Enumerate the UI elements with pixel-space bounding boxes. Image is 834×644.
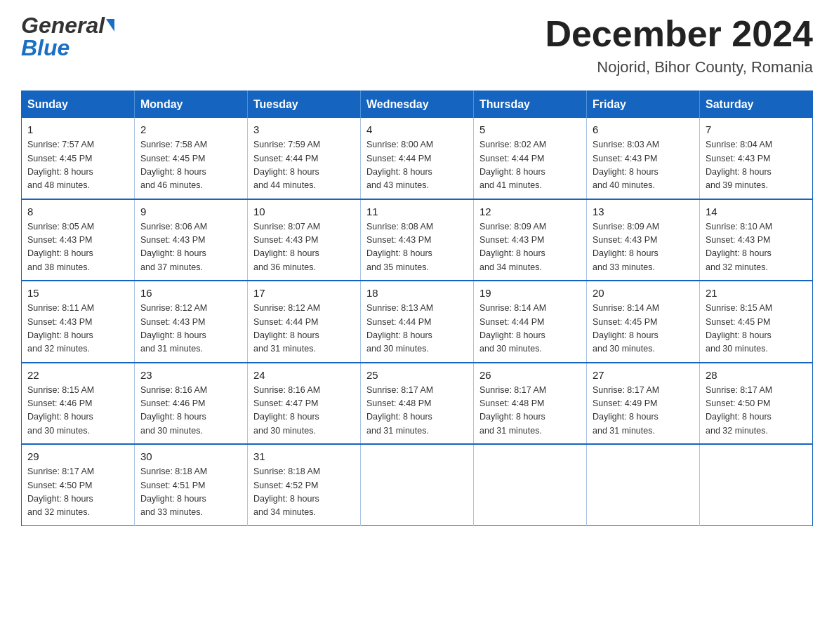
day-info-27: Sunrise: 8:17 AMSunset: 4:49 PMDaylight:… bbox=[593, 384, 694, 438]
day-number-4: 4 bbox=[366, 123, 468, 135]
empty-cell-w5-d5 bbox=[474, 444, 587, 525]
page-header: General Blue December 2024 Nojorid, Biho… bbox=[21, 14, 813, 76]
day-number-28: 28 bbox=[706, 369, 807, 381]
day-info-11: Sunrise: 8:08 AMSunset: 4:43 PMDaylight:… bbox=[366, 220, 468, 275]
calendar-cell-26: 26Sunrise: 8:17 AMSunset: 4:48 PMDayligh… bbox=[474, 363, 587, 445]
day-number-3: 3 bbox=[253, 123, 355, 135]
day-number-7: 7 bbox=[706, 123, 807, 135]
title-section: December 2024 Nojorid, Bihor County, Rom… bbox=[545, 14, 813, 76]
calendar-cell-15: 15Sunrise: 8:11 AMSunset: 4:43 PMDayligh… bbox=[22, 281, 135, 363]
calendar-week-1: 1Sunrise: 7:57 AMSunset: 4:45 PMDaylight… bbox=[22, 118, 813, 199]
day-number-6: 6 bbox=[593, 123, 694, 135]
calendar-cell-16: 16Sunrise: 8:12 AMSunset: 4:43 PMDayligh… bbox=[135, 281, 248, 363]
calendar-cell-2: 2Sunrise: 7:58 AMSunset: 4:45 PMDaylight… bbox=[135, 118, 248, 199]
empty-cell-w5-d4 bbox=[361, 444, 474, 525]
day-info-19: Sunrise: 8:14 AMSunset: 4:44 PMDaylight:… bbox=[479, 302, 581, 356]
day-number-21: 21 bbox=[706, 287, 807, 299]
calendar-cell-10: 10Sunrise: 8:07 AMSunset: 4:43 PMDayligh… bbox=[248, 199, 361, 281]
calendar-table: Sunday Monday Tuesday Wednesday Thursday… bbox=[21, 90, 813, 526]
day-number-18: 18 bbox=[366, 287, 468, 299]
day-number-1: 1 bbox=[27, 123, 128, 135]
calendar-cell-4: 4Sunrise: 8:00 AMSunset: 4:44 PMDaylight… bbox=[361, 118, 474, 199]
day-number-26: 26 bbox=[479, 369, 581, 381]
day-info-17: Sunrise: 8:12 AMSunset: 4:44 PMDaylight:… bbox=[253, 302, 355, 356]
col-thursday: Thursday bbox=[474, 91, 587, 119]
calendar-cell-12: 12Sunrise: 8:09 AMSunset: 4:43 PMDayligh… bbox=[474, 199, 587, 281]
calendar-cell-9: 9Sunrise: 8:06 AMSunset: 4:43 PMDaylight… bbox=[135, 199, 248, 281]
day-info-15: Sunrise: 8:11 AMSunset: 4:43 PMDaylight:… bbox=[27, 302, 128, 356]
empty-cell-w5-d6 bbox=[587, 444, 700, 525]
calendar-header-row: Sunday Monday Tuesday Wednesday Thursday… bbox=[22, 91, 813, 119]
calendar-cell-17: 17Sunrise: 8:12 AMSunset: 4:44 PMDayligh… bbox=[248, 281, 361, 363]
day-info-22: Sunrise: 8:15 AMSunset: 4:46 PMDaylight:… bbox=[27, 384, 128, 438]
day-number-5: 5 bbox=[479, 123, 581, 135]
calendar-week-4: 22Sunrise: 8:15 AMSunset: 4:46 PMDayligh… bbox=[22, 363, 813, 445]
calendar-cell-18: 18Sunrise: 8:13 AMSunset: 4:44 PMDayligh… bbox=[361, 281, 474, 363]
day-info-18: Sunrise: 8:13 AMSunset: 4:44 PMDaylight:… bbox=[366, 302, 468, 356]
calendar-cell-27: 27Sunrise: 8:17 AMSunset: 4:49 PMDayligh… bbox=[587, 363, 700, 445]
calendar-week-5: 29Sunrise: 8:17 AMSunset: 4:50 PMDayligh… bbox=[22, 444, 813, 525]
day-info-25: Sunrise: 8:17 AMSunset: 4:48 PMDaylight:… bbox=[366, 384, 468, 438]
day-number-24: 24 bbox=[253, 369, 355, 381]
calendar-cell-13: 13Sunrise: 8:09 AMSunset: 4:43 PMDayligh… bbox=[587, 199, 700, 281]
day-number-17: 17 bbox=[253, 287, 355, 299]
day-info-28: Sunrise: 8:17 AMSunset: 4:50 PMDaylight:… bbox=[706, 384, 807, 438]
day-info-1: Sunrise: 7:57 AMSunset: 4:45 PMDaylight:… bbox=[27, 138, 128, 193]
day-number-10: 10 bbox=[253, 206, 355, 217]
day-number-2: 2 bbox=[140, 123, 241, 135]
day-number-27: 27 bbox=[593, 369, 694, 381]
day-info-16: Sunrise: 8:12 AMSunset: 4:43 PMDaylight:… bbox=[140, 302, 241, 356]
calendar-cell-21: 21Sunrise: 8:15 AMSunset: 4:45 PMDayligh… bbox=[700, 281, 813, 363]
calendar-cell-3: 3Sunrise: 7:59 AMSunset: 4:44 PMDaylight… bbox=[248, 118, 361, 199]
calendar-cell-25: 25Sunrise: 8:17 AMSunset: 4:48 PMDayligh… bbox=[361, 363, 474, 445]
day-info-23: Sunrise: 8:16 AMSunset: 4:46 PMDaylight:… bbox=[140, 384, 241, 438]
day-number-15: 15 bbox=[27, 287, 128, 299]
calendar-cell-11: 11Sunrise: 8:08 AMSunset: 4:43 PMDayligh… bbox=[361, 199, 474, 281]
calendar-cell-30: 30Sunrise: 8:18 AMSunset: 4:51 PMDayligh… bbox=[135, 444, 248, 525]
day-number-11: 11 bbox=[366, 206, 468, 217]
day-info-24: Sunrise: 8:16 AMSunset: 4:47 PMDaylight:… bbox=[253, 384, 355, 438]
day-number-13: 13 bbox=[593, 206, 694, 217]
page-subtitle: Nojorid, Bihor County, Romania bbox=[545, 58, 813, 76]
day-number-31: 31 bbox=[253, 450, 355, 462]
calendar-cell-8: 8Sunrise: 8:05 AMSunset: 4:43 PMDaylight… bbox=[22, 199, 135, 281]
calendar-cell-6: 6Sunrise: 8:03 AMSunset: 4:43 PMDaylight… bbox=[587, 118, 700, 199]
day-info-9: Sunrise: 8:06 AMSunset: 4:43 PMDaylight:… bbox=[140, 220, 241, 275]
day-info-13: Sunrise: 8:09 AMSunset: 4:43 PMDaylight:… bbox=[593, 220, 694, 275]
day-info-7: Sunrise: 8:04 AMSunset: 4:43 PMDaylight:… bbox=[706, 138, 807, 193]
day-number-25: 25 bbox=[366, 369, 468, 381]
calendar-cell-20: 20Sunrise: 8:14 AMSunset: 4:45 PMDayligh… bbox=[587, 281, 700, 363]
calendar-cell-28: 28Sunrise: 8:17 AMSunset: 4:50 PMDayligh… bbox=[700, 363, 813, 445]
logo-general-text: General bbox=[21, 14, 105, 36]
day-number-16: 16 bbox=[140, 287, 241, 299]
logo: General Blue bbox=[21, 14, 114, 59]
col-friday: Friday bbox=[587, 91, 700, 119]
logo-triangle-icon bbox=[106, 19, 114, 32]
calendar-week-3: 15Sunrise: 8:11 AMSunset: 4:43 PMDayligh… bbox=[22, 281, 813, 363]
day-number-12: 12 bbox=[479, 206, 581, 217]
day-info-14: Sunrise: 8:10 AMSunset: 4:43 PMDaylight:… bbox=[706, 220, 807, 275]
day-info-20: Sunrise: 8:14 AMSunset: 4:45 PMDaylight:… bbox=[593, 302, 694, 356]
calendar-cell-14: 14Sunrise: 8:10 AMSunset: 4:43 PMDayligh… bbox=[700, 199, 813, 281]
calendar-cell-7: 7Sunrise: 8:04 AMSunset: 4:43 PMDaylight… bbox=[700, 118, 813, 199]
day-info-21: Sunrise: 8:15 AMSunset: 4:45 PMDaylight:… bbox=[706, 302, 807, 356]
calendar-cell-29: 29Sunrise: 8:17 AMSunset: 4:50 PMDayligh… bbox=[22, 444, 135, 525]
day-number-29: 29 bbox=[27, 450, 128, 462]
day-info-30: Sunrise: 8:18 AMSunset: 4:51 PMDaylight:… bbox=[140, 465, 241, 520]
day-info-31: Sunrise: 8:18 AMSunset: 4:52 PMDaylight:… bbox=[253, 465, 355, 520]
day-info-6: Sunrise: 8:03 AMSunset: 4:43 PMDaylight:… bbox=[593, 138, 694, 193]
day-number-30: 30 bbox=[140, 450, 241, 462]
day-info-5: Sunrise: 8:02 AMSunset: 4:44 PMDaylight:… bbox=[479, 138, 581, 193]
day-number-14: 14 bbox=[706, 206, 807, 217]
day-number-8: 8 bbox=[27, 206, 128, 217]
col-sunday: Sunday bbox=[22, 91, 135, 119]
day-info-12: Sunrise: 8:09 AMSunset: 4:43 PMDaylight:… bbox=[479, 220, 581, 275]
empty-cell-w5-d7 bbox=[700, 444, 813, 525]
day-number-22: 22 bbox=[27, 369, 128, 381]
day-info-29: Sunrise: 8:17 AMSunset: 4:50 PMDaylight:… bbox=[27, 465, 128, 520]
calendar-cell-1: 1Sunrise: 7:57 AMSunset: 4:45 PMDaylight… bbox=[22, 118, 135, 199]
day-info-10: Sunrise: 8:07 AMSunset: 4:43 PMDaylight:… bbox=[253, 220, 355, 275]
col-wednesday: Wednesday bbox=[361, 91, 474, 119]
col-saturday: Saturday bbox=[700, 91, 813, 119]
calendar-cell-22: 22Sunrise: 8:15 AMSunset: 4:46 PMDayligh… bbox=[22, 363, 135, 445]
